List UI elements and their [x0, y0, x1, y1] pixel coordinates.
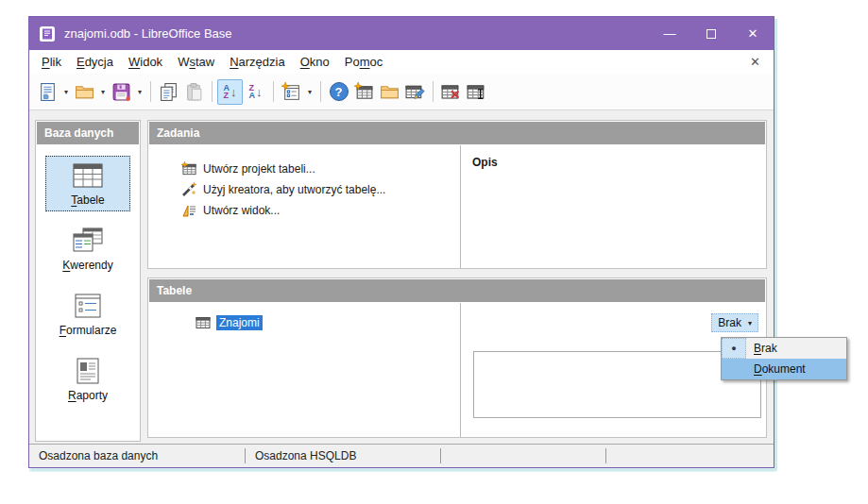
tables-header: Tabele — [149, 279, 765, 302]
new-document-button[interactable] — [35, 79, 60, 105]
queries-icon — [72, 227, 104, 255]
menubar: Plik Edycja Widok Wstaw Narzędzia Okno P… — [29, 50, 774, 74]
reports-icon — [72, 357, 104, 385]
chevron-down-icon: ▾ — [748, 319, 752, 328]
save-button[interactable] — [109, 79, 134, 105]
tables-icon — [72, 161, 104, 190]
toolbar-separator — [212, 81, 213, 102]
sidebar-item-label: Raporty — [68, 389, 108, 402]
maximize-button[interactable] — [690, 17, 732, 50]
help-icon: ? — [330, 82, 349, 101]
forms-icon — [72, 292, 104, 320]
close-icon: ✕ — [748, 26, 758, 41]
titlebar[interactable]: znajomi.odb - LibreOffice Base — ✕ — [29, 17, 774, 50]
new-document-icon — [38, 82, 58, 102]
menu-item-file[interactable]: Plik — [34, 50, 69, 74]
statusbar-empty-cell — [606, 445, 774, 467]
toolbar-separator — [150, 81, 151, 102]
copy-button[interactable] — [156, 79, 181, 105]
open-button[interactable] — [72, 79, 97, 105]
window-title: znajomi.odb - LibreOffice Base — [64, 26, 232, 41]
menu-item-view[interactable]: Widok — [121, 50, 170, 74]
statusbar-empty-cell — [441, 445, 605, 467]
folder-icon — [380, 82, 400, 102]
preview-dropdown-value: Brak — [718, 316, 741, 329]
tables-panel: Tabele Znajomi Brak ▾ — [147, 277, 767, 438]
toolbar-separator — [320, 81, 321, 102]
delete-table-icon — [441, 82, 461, 102]
task-use-wizard[interactable]: Użyj kreatora, aby utworzyć tabelę... — [181, 179, 460, 200]
radio-checked-gutter: ● — [722, 338, 746, 359]
menu-item-window[interactable]: Okno — [293, 50, 337, 74]
copy-icon — [159, 82, 179, 102]
menu-item-tools[interactable]: Narzędzia — [222, 50, 293, 74]
table-name-selected[interactable]: Znajomi — [216, 315, 263, 330]
menu-item-edit[interactable]: Edycja — [69, 50, 121, 74]
close-button[interactable]: ✕ — [732, 17, 774, 50]
create-view-icon — [181, 203, 196, 218]
preview-dropdown[interactable]: Brak ▾ — [711, 313, 758, 332]
task-create-table-design[interactable]: Utwórz projekt tabeli... — [181, 159, 460, 179]
menu-item-insert[interactable]: Wstaw — [170, 50, 222, 74]
tasks-list: Utwórz projekt tabeli... Użyj kreatora, … — [148, 145, 460, 268]
delete-table-button[interactable] — [438, 79, 464, 105]
save-dropdown[interactable]: ▾ — [134, 79, 145, 105]
rename-table-button[interactable] — [464, 79, 489, 105]
help-button[interactable]: ? — [326, 79, 351, 105]
maximize-icon — [706, 29, 716, 39]
sort-descending-button[interactable]: ZA ↓ — [243, 79, 268, 105]
task-create-view[interactable]: Utwórz widok... — [181, 200, 460, 221]
toolbar-separator — [433, 81, 434, 102]
sidebar-list: Tabele Kwerendy Formularze Raporty — [36, 145, 140, 407]
sidebar-item-reports[interactable]: Raporty — [45, 351, 130, 407]
sidebar-item-tables[interactable]: Tabele — [45, 156, 130, 211]
sidebar-item-label: Tabele — [71, 193, 104, 207]
sort-ascending-icon: AZ ↓ — [222, 84, 239, 99]
tables-list: Znajomi — [148, 303, 460, 437]
radio-bullet-icon: ● — [731, 344, 736, 353]
preview-box — [473, 351, 761, 418]
statusbar: Osadzona baza danych Osadzona HSQLDB — [29, 444, 774, 467]
sidebar-item-forms[interactable]: Formularze — [45, 286, 130, 342]
new-form-dropdown[interactable]: ▾ — [304, 79, 315, 105]
sidebar-item-label: Kwerendy — [62, 259, 112, 272]
new-table-icon — [354, 82, 374, 102]
sidebar-item-label: Formularze — [60, 324, 117, 337]
sidebar-item-queries[interactable]: Kwerendy — [45, 221, 130, 277]
database-sidebar: Baza danych Tabele Kwerendy Formularze — [35, 120, 141, 442]
libreoffice-base-window: znajomi.odb - LibreOffice Base — ✕ Plik … — [28, 16, 774, 468]
paste-button — [181, 79, 207, 105]
radio-unchecked-gutter — [722, 359, 746, 379]
sidebar-header: Baza danych — [37, 122, 139, 144]
paste-icon — [184, 82, 204, 102]
menu-item-help[interactable]: Pomoc — [337, 50, 390, 74]
table-icon — [196, 315, 211, 330]
menu-item-document[interactable]: Dokument — [722, 359, 846, 379]
sort-descending-icon: ZA ↓ — [247, 84, 264, 99]
tasks-panel: Zadania Utwórz projekt tabeli... Użyj kr… — [147, 120, 767, 269]
new-document-dropdown[interactable]: ▾ — [60, 79, 72, 105]
open-folder-icon — [75, 82, 94, 102]
rename-table-icon — [467, 82, 486, 102]
toolbar: ▾ ▾ ▾ AZ ↓ ZA ↓ — [29, 74, 774, 110]
sort-ascending-button[interactable]: AZ ↓ — [217, 79, 243, 105]
menu-item-none[interactable]: ● Brak — [722, 338, 846, 359]
open-database-object-button[interactable] — [377, 79, 402, 105]
minimize-button[interactable]: — — [649, 17, 690, 50]
preview-dropdown-menu: ● Brak Dokument — [721, 337, 847, 380]
edit-table-button[interactable] — [402, 79, 428, 105]
new-table-design-button[interactable] — [351, 79, 377, 105]
description-pane: Opis — [460, 145, 766, 268]
open-dropdown[interactable]: ▾ — [97, 79, 109, 105]
statusbar-database-type: Osadzona baza danych — [29, 445, 245, 467]
save-floppy-icon — [111, 82, 131, 102]
desktop: znajomi.odb - LibreOffice Base — ✕ Plik … — [0, 0, 868, 504]
description-header: Opis — [472, 156, 498, 169]
statusbar-database-engine: Osadzona HSQLDB — [246, 445, 440, 467]
new-form-button[interactable] — [279, 79, 304, 105]
content-area: Baza danych Tabele Kwerendy Formularze — [29, 110, 774, 444]
table-row[interactable]: Znajomi — [196, 315, 460, 330]
wizard-wand-icon — [181, 182, 196, 197]
document-close-icon[interactable]: ✕ — [750, 55, 774, 69]
new-form-icon — [281, 82, 301, 102]
